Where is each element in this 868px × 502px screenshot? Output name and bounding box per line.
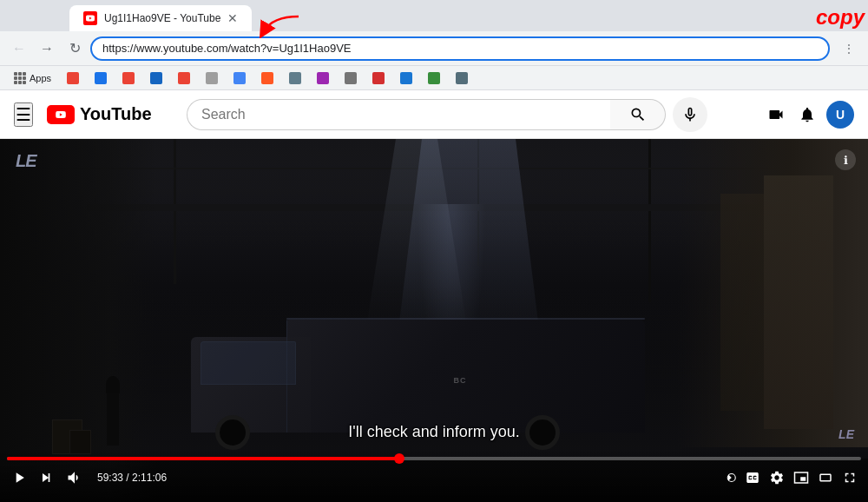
bookmark-7[interactable] xyxy=(227,70,253,86)
bookmark-14[interactable] xyxy=(421,70,447,86)
le-logo: LE xyxy=(16,151,36,171)
le-watermark: LE xyxy=(838,427,854,441)
van-windshield xyxy=(201,341,296,385)
bookmark-1[interactable] xyxy=(60,70,86,86)
bookmark-8[interactable] xyxy=(254,70,280,86)
tab-title: Ug1I1Hao9VE - YouTube xyxy=(104,12,220,24)
progress-bar[interactable] xyxy=(7,457,861,460)
van-top-edge xyxy=(286,318,645,320)
upload-button[interactable] xyxy=(764,102,788,127)
bookmark-5[interactable] xyxy=(171,70,197,86)
captions-button[interactable] xyxy=(741,466,764,489)
bookmarks-bar: Apps xyxy=(0,66,868,90)
youtube-page: ☰ YouTube U xyxy=(0,90,868,502)
tab-close-button[interactable]: ✕ xyxy=(227,11,238,25)
search-button[interactable] xyxy=(610,99,666,130)
fullscreen-button[interactable] xyxy=(838,466,861,489)
time-display: 59:33 / 2:11:06 xyxy=(97,472,167,484)
wall-texture-2 xyxy=(720,194,764,412)
microphone-button[interactable] xyxy=(673,97,707,132)
apps-bookmark[interactable]: Apps xyxy=(7,70,58,86)
miniplayer-button[interactable] xyxy=(790,466,812,489)
video-controls: 59:33 / 2:11:06 xyxy=(0,450,868,502)
address-bar[interactable] xyxy=(90,36,830,61)
refresh-button[interactable]: ↻ xyxy=(62,36,87,61)
person-left xyxy=(104,376,122,446)
beam-3 xyxy=(648,139,651,302)
theater-mode-button[interactable] xyxy=(814,466,837,489)
bookmark-11[interactable] xyxy=(338,70,364,86)
bookmark-9[interactable] xyxy=(282,70,308,86)
youtube-logo-text: YouTube xyxy=(80,104,152,124)
address-bar-container: copy xyxy=(90,36,830,61)
hamburger-menu-button[interactable]: ☰ xyxy=(14,102,33,127)
search-input[interactable] xyxy=(187,99,610,130)
forward-button[interactable]: → xyxy=(35,36,59,61)
bookmark-2[interactable] xyxy=(88,70,114,86)
controls-right xyxy=(717,466,861,489)
bookmark-10[interactable] xyxy=(310,70,336,86)
progress-dot xyxy=(394,453,404,464)
progress-fill xyxy=(7,457,400,460)
video-scene: BC LE ℹ I'll check and inform you. LE xyxy=(0,139,868,502)
user-avatar[interactable]: U xyxy=(826,101,854,129)
wall-texture-1 xyxy=(764,175,833,430)
extensions-button[interactable]: ⋮ xyxy=(837,36,861,61)
search-container xyxy=(187,97,707,132)
bookmark-6[interactable] xyxy=(199,70,225,86)
subtitle-text: I'll check and inform you. xyxy=(348,423,520,441)
bookmark-4[interactable] xyxy=(143,70,169,86)
person-head xyxy=(106,376,120,393)
person-body xyxy=(107,393,119,446)
autoplay-button[interactable] xyxy=(717,466,740,489)
skip-button[interactable] xyxy=(35,466,59,490)
bookmark-15[interactable] xyxy=(449,70,475,86)
header-right: U xyxy=(764,101,854,129)
youtube-logo-icon xyxy=(47,105,75,124)
video-container: BC LE ℹ I'll check and inform you. LE xyxy=(0,139,868,502)
van-logo: BC xyxy=(454,376,467,385)
apps-label: Apps xyxy=(30,73,51,83)
beam-1 xyxy=(174,139,176,284)
youtube-logo[interactable]: YouTube xyxy=(47,104,152,124)
tab-favicon xyxy=(83,11,97,25)
play-button[interactable] xyxy=(7,466,31,490)
back-button[interactable]: ← xyxy=(7,36,31,61)
controls-row: 59:33 / 2:11:06 xyxy=(7,466,861,490)
browser-chrome: Ug1I1Hao9VE - YouTube ✕ ← → ↻ copy xyxy=(0,0,868,90)
info-button[interactable]: ℹ xyxy=(835,149,856,170)
bookmark-3[interactable] xyxy=(115,70,141,86)
navigation-bar: ← → ↻ copy ⋮ xyxy=(0,31,868,66)
bookmark-12[interactable] xyxy=(365,70,391,86)
notifications-button[interactable] xyxy=(795,102,819,127)
youtube-header: ☰ YouTube U xyxy=(0,90,868,139)
settings-button[interactable] xyxy=(766,466,788,489)
active-tab[interactable]: Ug1I1Hao9VE - YouTube ✕ xyxy=(69,5,252,31)
volume-button[interactable] xyxy=(62,466,87,490)
van-wheel-front xyxy=(215,415,250,450)
van-wheel-rear xyxy=(525,415,560,450)
bookmark-13[interactable] xyxy=(393,70,419,86)
tab-bar: Ug1I1Hao9VE - YouTube ✕ xyxy=(0,0,868,31)
van-panel-line xyxy=(286,320,287,433)
